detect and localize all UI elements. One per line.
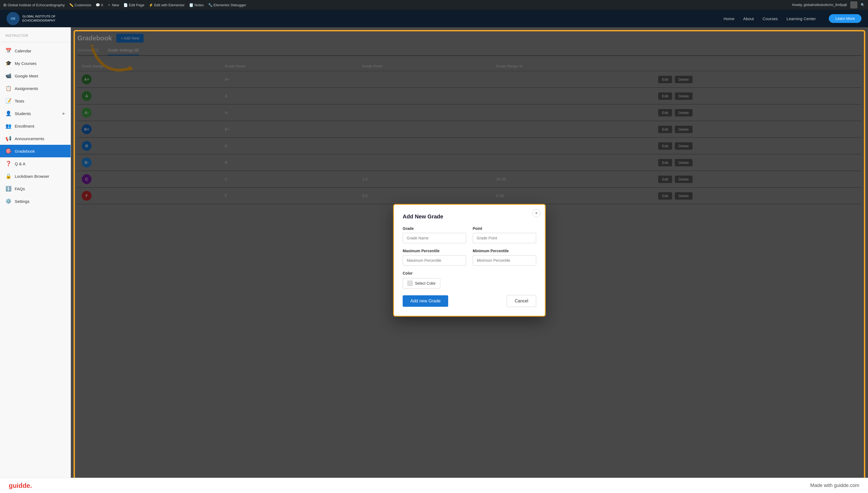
sidebar-label-tests: Tests	[15, 99, 65, 103]
edit-page-icon: 📄	[123, 3, 128, 7]
google-meet-icon: 📹	[5, 73, 12, 79]
my-courses-icon: 🎓	[5, 60, 12, 66]
guidde-logo: guidde.	[9, 482, 32, 490]
nav-home[interactable]: Home	[724, 16, 734, 21]
sidebar-label-faqs: FAQs	[15, 187, 65, 191]
customize-icon: ✏️	[69, 3, 73, 7]
admin-bar-customize[interactable]: ✏️ Customize	[69, 3, 91, 7]
max-percentile-input[interactable]	[403, 255, 466, 265]
faqs-icon: ℹ️	[5, 186, 12, 192]
sidebar-item-students[interactable]: 👤 Students ▶	[0, 107, 71, 120]
calendar-icon: 📅	[5, 48, 12, 54]
sidebar-label-announcements: Announcements	[15, 136, 65, 141]
elementor-icon: ⚡	[149, 3, 153, 7]
form-group-max-percentile: Maximum Percentile	[403, 249, 466, 265]
sidebar-label-lockdown: Lockdown Browser	[15, 174, 65, 178]
admin-bar-new[interactable]: ＋ New	[107, 2, 119, 7]
settings-icon: ⚙️	[5, 198, 12, 204]
learn-more-button[interactable]: Learn More	[829, 14, 862, 23]
sidebar-item-google-meet[interactable]: 📹 Google Meet	[0, 69, 71, 82]
wordpress-icon: ⊞	[3, 3, 6, 7]
announcements-icon: 📢	[5, 135, 12, 142]
sidebar-label-students: Students	[15, 111, 60, 116]
color-label: Color	[403, 271, 536, 275]
admin-bar-site[interactable]: ⊞ Global Institute of Echocardiography	[3, 3, 65, 7]
max-percentile-label: Maximum Percentile	[403, 249, 466, 253]
sidebar-item-announcements[interactable]: 📢 Announcements	[0, 132, 71, 145]
nav-courses[interactable]: Courses	[762, 16, 778, 21]
enrollment-icon: 👥	[5, 123, 12, 129]
admin-bar: ⊞ Global Institute of Echocardiography ✏…	[0, 0, 868, 10]
sidebar-item-enrollment[interactable]: 👥 Enrollment	[0, 120, 71, 132]
grade-label: Grade	[403, 226, 466, 231]
sidebar-label-calendar: Calendar	[15, 48, 65, 53]
nav-learning-center[interactable]: Learning Center	[786, 16, 816, 21]
sidebar-label-enrollment: Enrollment	[15, 124, 65, 128]
admin-bar-comments[interactable]: 💬 0	[96, 3, 103, 7]
sidebar-divider	[0, 42, 71, 42]
sidebar-label-settings: Settings	[15, 199, 65, 204]
qa-icon: ❓	[5, 160, 12, 167]
chevron-right-icon: ▶	[63, 111, 65, 115]
bottom-bar: guidde. Made with guidde.com	[0, 478, 868, 493]
students-icon: 👤	[5, 110, 12, 116]
grade-name-input[interactable]	[403, 233, 466, 243]
form-group-grade: Grade	[403, 226, 466, 243]
admin-bar-debugger[interactable]: 🔧 Elementor Debugger	[208, 3, 246, 7]
form-row-percentile: Maximum Percentile Minimum Percentile	[403, 249, 536, 265]
select-color-label: Select Color	[415, 281, 436, 285]
new-icon: ＋	[107, 2, 111, 7]
sidebar-item-gradebook[interactable]: 🎯 Gradebook	[0, 145, 71, 157]
modal-title: Add New Grade	[403, 214, 536, 220]
modal-close-button[interactable]: ×	[532, 209, 541, 217]
modal-footer: Add new Grade Cancel	[403, 295, 536, 307]
form-row-grade-point: Grade Point	[403, 226, 536, 243]
sidebar-item-qa[interactable]: ❓ Q & A	[0, 157, 71, 170]
color-swatch	[407, 281, 413, 286]
admin-bar-notes[interactable]: 🗒️ Notes	[189, 3, 204, 7]
sidebar-item-settings[interactable]: ⚙️ Settings	[0, 195, 71, 208]
admin-bar-elementor[interactable]: ⚡ Edit with Elementor	[149, 3, 185, 7]
made-with-text: Made with guidde.com	[810, 483, 859, 488]
tests-icon: 📝	[5, 98, 12, 104]
sidebar-item-assignments[interactable]: 📋 Assignments	[0, 82, 71, 94]
nav-logo: GIE Global Institute of Echocardiography	[6, 12, 55, 25]
nav-links: Home About Courses Learning Center Learn…	[724, 14, 862, 23]
color-section: Color Select Color	[403, 271, 536, 288]
lockdown-icon: 🔒	[5, 173, 12, 179]
min-percentile-label: Minimum Percentile	[473, 249, 536, 253]
sidebar-item-calendar[interactable]: 📅 Calendar	[0, 44, 71, 57]
admin-bar-user: Howdy, globalinstituteofecho_8m6pq6 🔍	[792, 1, 865, 8]
notes-icon: 🗒️	[189, 3, 193, 7]
form-group-min-percentile: Minimum Percentile	[473, 249, 536, 265]
sidebar-item-my-courses[interactable]: 🎓 My Courses	[0, 57, 71, 69]
admin-bar-edit-page[interactable]: 📄 Edit Page	[123, 3, 144, 7]
main-nav: GIE Global Institute of Echocardiography…	[0, 10, 868, 27]
gradebook-icon: 🎯	[5, 148, 12, 154]
sidebar-label-assignments: Assignments	[15, 86, 65, 91]
add-grade-modal: Add New Grade × Grade Point Maximum Perc…	[393, 204, 546, 317]
sidebar-instructor-label: Instructor	[0, 31, 71, 40]
logo-image: GIE	[6, 12, 20, 25]
form-group-point: Point	[473, 226, 536, 243]
sidebar-item-faqs[interactable]: ℹ️ FAQs	[0, 183, 71, 195]
min-percentile-input[interactable]	[473, 255, 536, 265]
sidebar-label-qa: Q & A	[15, 162, 65, 166]
add-grade-submit-button[interactable]: Add new Grade	[403, 295, 448, 307]
select-color-button[interactable]: Select Color	[403, 278, 440, 288]
user-avatar[interactable]	[850, 1, 858, 8]
point-label: Point	[473, 226, 536, 231]
cancel-button[interactable]: Cancel	[507, 295, 536, 307]
logo-text: Global Institute of Echocardiography	[22, 15, 55, 23]
sidebar-item-tests[interactable]: 📝 Tests	[0, 94, 71, 107]
grade-point-input[interactable]	[473, 233, 536, 243]
nav-about[interactable]: About	[743, 16, 754, 21]
assignments-icon: 📋	[5, 85, 12, 91]
sidebar-label-gradebook: Gradebook	[15, 149, 65, 153]
debugger-icon: 🔧	[208, 3, 212, 7]
sidebar: Instructor 📅 Calendar 🎓 My Courses 📹 Goo…	[0, 27, 71, 493]
comments-icon: 💬	[96, 3, 100, 7]
search-icon[interactable]: 🔍	[861, 3, 865, 7]
modal-overlay: Add New Grade × Grade Point Maximum Perc…	[71, 27, 868, 493]
sidebar-item-lockdown-browser[interactable]: 🔒 Lockdown Browser	[0, 170, 71, 183]
